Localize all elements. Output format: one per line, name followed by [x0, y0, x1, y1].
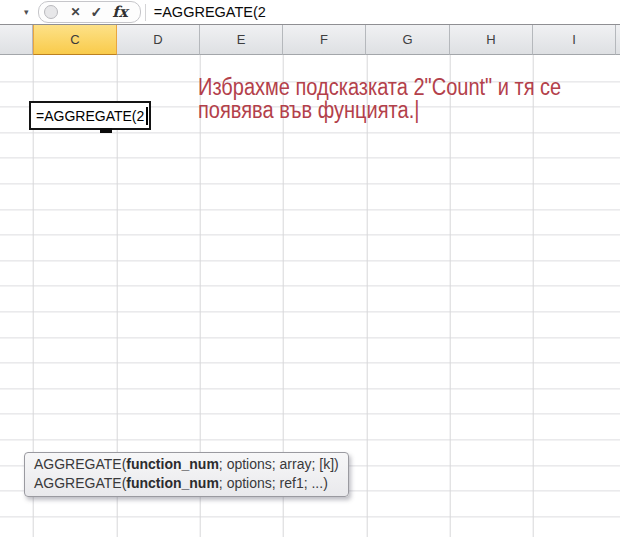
name-box-handle-icon: [44, 5, 58, 19]
screentip-2-bold: function_num: [126, 475, 219, 491]
formula-input[interactable]: =AGGREGATE(2: [152, 4, 266, 20]
function-screentip: AGGREGATE(function_num; options; array; …: [24, 452, 349, 497]
text-cursor-icon: [146, 107, 148, 125]
column-header-c[interactable]: C: [33, 25, 117, 55]
cancel-button[interactable]: ✕: [66, 5, 86, 19]
check-icon: ✓: [91, 4, 103, 20]
annotation-line-2: появява във фунцията.|: [198, 99, 561, 122]
column-header-e[interactable]: E: [200, 25, 283, 55]
chevron-down-icon[interactable]: ▾: [24, 8, 29, 17]
cancel-icon: ✕: [71, 5, 81, 19]
annotation: Избрахме подсказката 2"Count" и тя се по…: [198, 76, 561, 122]
enter-button[interactable]: ✓: [86, 4, 108, 20]
fx-icon: fx: [112, 3, 127, 21]
screentip-2-pre: AGGREGATE(: [34, 475, 126, 491]
column-header-i[interactable]: I: [533, 25, 616, 55]
screentip-1-bold: function_num: [126, 456, 219, 472]
screentip-1-pre: AGGREGATE(: [34, 456, 126, 472]
column-header-h[interactable]: H: [450, 25, 533, 55]
formula-bar-separator: [145, 4, 146, 21]
formula-bar-buttons: ✕ ✓ fx: [38, 1, 141, 23]
screentip-1-post: ; options; array; [k]): [219, 456, 339, 472]
column-header-stub: [0, 25, 33, 55]
screentip-line-2: AGGREGATE(function_num; options; ref1; .…: [34, 474, 339, 493]
cell-editor-text: =AGGREGATE(2: [31, 108, 144, 124]
column-header-d[interactable]: D: [117, 25, 200, 55]
screentip-line-1: AGGREGATE(function_num; options; array; …: [34, 455, 339, 474]
excel-window: ▾ ✕ ✓ fx =AGGREGATE(2 C D E F G H I: [0, 0, 620, 537]
column-header-g[interactable]: G: [366, 25, 450, 55]
column-header-f[interactable]: F: [283, 25, 366, 55]
annotation-line-1: Избрахме подсказката 2"Count" и тя се: [198, 76, 561, 99]
formula-bar: ▾ ✕ ✓ fx =AGGREGATE(2: [0, 0, 620, 25]
screentip-2-post: ; options; ref1; ...): [219, 475, 328, 491]
sheet-grid[interactable]: =AGGREGATE(2 Избрахме подсказката 2"Coun…: [0, 55, 620, 537]
column-header-row: C D E F G H I: [0, 25, 620, 55]
active-cell-editor[interactable]: =AGGREGATE(2: [29, 101, 151, 130]
column-header-tail: [616, 25, 620, 55]
insert-function-button[interactable]: fx: [107, 3, 132, 21]
fill-handle[interactable]: [100, 128, 112, 133]
